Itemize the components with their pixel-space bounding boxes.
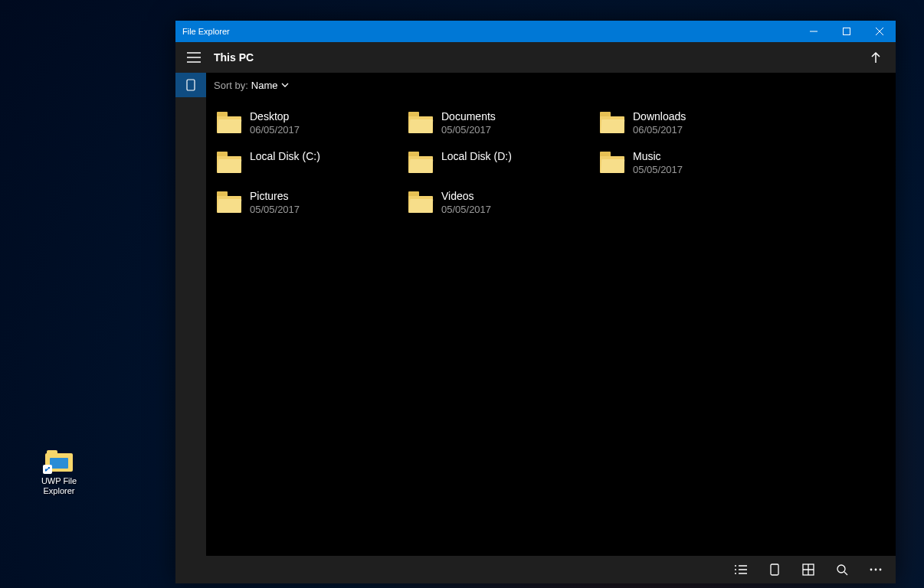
sort-by-value: Name xyxy=(251,80,278,91)
sidebar-tab-this-pc[interactable] xyxy=(175,73,206,97)
item-date: 05/05/2017 xyxy=(633,163,683,176)
folder-icon xyxy=(408,112,433,133)
folder-icon xyxy=(217,152,241,173)
minimize-button[interactable] xyxy=(797,21,830,42)
svg-point-5 xyxy=(870,569,873,571)
search-icon xyxy=(836,564,848,576)
desktop-shortcut-uwp-file-explorer[interactable]: UWP File Explorer xyxy=(34,449,84,496)
item-date: 05/05/2017 xyxy=(250,203,300,216)
sort-by-label: Sort by: xyxy=(214,80,248,91)
item-name: Local Disk (D:) xyxy=(441,149,512,163)
item-name: Music xyxy=(633,149,683,163)
folder-item[interactable]: Documents05/05/2017 xyxy=(405,105,597,145)
ellipsis-icon xyxy=(870,568,882,571)
device-icon xyxy=(185,79,196,91)
item-name: Downloads xyxy=(633,109,686,123)
item-date: 05/05/2017 xyxy=(441,203,491,216)
folder-icon xyxy=(600,112,624,133)
folder-item[interactable]: Music05/05/2017 xyxy=(597,145,788,185)
svg-point-7 xyxy=(880,569,882,571)
item-name: Documents xyxy=(441,109,496,123)
sort-button[interactable]: Sort by: Name xyxy=(214,80,289,91)
folder-icon xyxy=(217,112,241,133)
folder-item[interactable]: Videos05/05/2017 xyxy=(405,185,597,224)
folder-icon xyxy=(408,191,433,213)
main-panel: Sort by: Name Desktop06/05/2017Documents… xyxy=(206,73,896,556)
item-name: Desktop xyxy=(250,109,300,123)
up-button[interactable] xyxy=(860,42,891,73)
desktop-shortcut-label: UWP File Explorer xyxy=(41,476,77,496)
folder-icon xyxy=(600,152,624,173)
folder-icon xyxy=(408,152,433,173)
view-list-button[interactable] xyxy=(724,556,758,583)
search-button[interactable] xyxy=(825,556,859,583)
hamburger-menu-button[interactable] xyxy=(180,42,208,73)
svg-rect-2 xyxy=(771,564,778,575)
svg-point-4 xyxy=(837,565,845,573)
chevron-down-icon xyxy=(281,83,289,87)
view-grid-button[interactable] xyxy=(791,556,825,583)
folder-item[interactable]: Downloads06/05/2017 xyxy=(597,105,788,145)
command-bar xyxy=(175,556,896,583)
folder-item[interactable]: Desktop06/05/2017 xyxy=(214,105,405,145)
folder-shortcut-icon xyxy=(45,449,73,472)
items-grid: Desktop06/05/2017Documents05/05/2017Down… xyxy=(206,97,896,232)
folder-item[interactable]: Local Disk (D:) xyxy=(405,145,597,185)
svg-point-6 xyxy=(875,569,877,571)
item-date: 06/05/2017 xyxy=(633,123,686,136)
item-date: 06/05/2017 xyxy=(250,123,300,136)
folder-icon xyxy=(217,191,241,213)
folder-item[interactable]: Local Disk (C:) xyxy=(214,145,405,185)
item-date: 05/05/2017 xyxy=(441,123,496,136)
sort-row: Sort by: Name xyxy=(206,73,896,97)
header-bar: This PC xyxy=(175,42,896,73)
item-name: Local Disk (C:) xyxy=(250,149,320,163)
more-button[interactable] xyxy=(859,556,893,583)
breadcrumb[interactable]: This PC xyxy=(214,51,254,64)
close-button[interactable] xyxy=(863,21,896,42)
maximize-button[interactable] xyxy=(830,21,863,42)
svg-rect-1 xyxy=(187,80,195,90)
folder-item[interactable]: Pictures05/05/2017 xyxy=(214,185,405,224)
item-name: Pictures xyxy=(250,189,300,203)
window-title: File Explorer xyxy=(175,27,230,36)
titlebar[interactable]: File Explorer xyxy=(175,21,896,42)
svg-rect-0 xyxy=(843,28,850,35)
item-name: Videos xyxy=(441,189,491,203)
file-explorer-window: File Explorer This PC xyxy=(175,21,896,583)
sidebar xyxy=(175,73,206,556)
view-device-button[interactable] xyxy=(758,556,791,583)
